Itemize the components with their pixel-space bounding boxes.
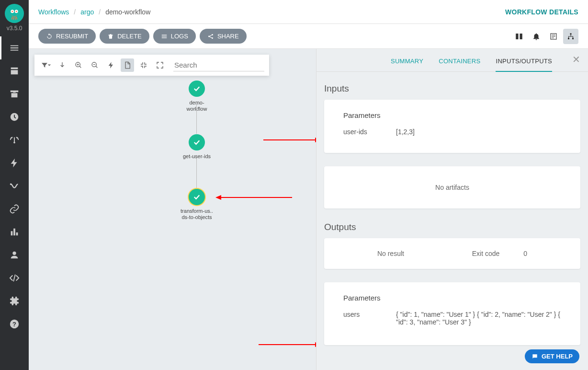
svg-rect-17 — [568, 38, 569, 39]
graph-edge — [196, 158, 197, 188]
resubmit-button[interactable]: RESUBMIT — [38, 29, 96, 44]
svg-rect-14 — [520, 34, 522, 39]
annotation-arrow — [259, 340, 321, 349]
node-status-icon — [189, 81, 205, 97]
exit-code-label: Exit code — [472, 250, 500, 257]
svg-point-3 — [16, 11, 17, 12]
columns-icon[interactable] — [511, 29, 527, 44]
param-value: { "id": 1, "name": "User 1" } { "id": 2,… — [396, 311, 561, 326]
node-status-icon — [189, 134, 205, 150]
result-card: No result Exit code 0 — [324, 238, 580, 269]
breadcrumb: Workflows / argo / demo-workflow — [38, 8, 150, 16]
speed-icon[interactable] — [104, 58, 118, 72]
nav-link-icon[interactable] — [0, 197, 29, 220]
svg-point-5 — [13, 142, 15, 144]
annotation-arrow — [215, 193, 292, 202]
param-row: user-ids [1,2,3] — [343, 128, 561, 136]
details-icon[interactable] — [121, 58, 134, 72]
collapse-icon[interactable] — [137, 58, 150, 72]
inputs-heading: Inputs — [324, 83, 580, 94]
tab-summary[interactable]: SUMMARY — [391, 58, 423, 71]
nav-api-icon[interactable] — [0, 266, 29, 289]
workflow-details-link[interactable]: WORKFLOW DETAILS — [505, 8, 578, 16]
nav-eventflow-icon[interactable] — [0, 174, 29, 197]
nav-user-icon[interactable] — [0, 243, 29, 266]
zoom-in-icon[interactable] — [72, 58, 85, 72]
breadcrumb-sep: / — [74, 8, 76, 16]
outputs-heading: Outputs — [324, 222, 580, 232]
svg-text:?: ? — [12, 321, 16, 328]
graph-area[interactable]: demo-workflow get-user-ids transform-us.… — [29, 49, 316, 370]
breadcrumb-sep: / — [99, 8, 101, 16]
nav-plugins-icon[interactable] — [0, 289, 29, 312]
graph-edge — [196, 104, 197, 134]
argo-logo — [5, 4, 24, 23]
left-nav: v3.5.0 ? — [0, 0, 29, 370]
node-label: get-user-ids — [180, 153, 214, 160]
panel-tabs: SUMMARY CONTAINERS INPUTS/OUTPUTS — [317, 49, 588, 72]
svg-point-7 — [12, 252, 16, 255]
param-key: user-ids — [343, 128, 377, 136]
logs-button[interactable]: LOGS — [153, 29, 196, 44]
no-artifacts-label: No artifacts — [343, 178, 561, 197]
nav-sensors-icon[interactable] — [0, 128, 29, 151]
svg-rect-13 — [516, 34, 518, 39]
graph-toolbar — [34, 55, 269, 76]
direction-icon[interactable] — [56, 58, 69, 72]
breadcrumb-current: demo-workflow — [105, 8, 150, 16]
nav-reports-icon[interactable] — [0, 220, 29, 243]
nav-events-icon[interactable] — [0, 151, 29, 174]
nav-templates-icon[interactable] — [0, 59, 29, 82]
zoom-out-icon[interactable] — [88, 58, 102, 72]
nav-archived-icon[interactable] — [0, 82, 29, 105]
param-key: users — [343, 311, 377, 326]
annotation-arrow — [263, 135, 321, 145]
param-value: [1,2,3] — [396, 128, 415, 136]
no-result-label: No result — [377, 250, 404, 257]
get-help-label: GET HELP — [542, 353, 573, 360]
param-row: users { "id": 1, "name": "User 1" } { "i… — [343, 311, 561, 326]
svg-rect-16 — [570, 33, 572, 35]
parameters-label: Parameters — [343, 111, 561, 119]
node-transform[interactable]: transform-us.. ds-to-objects — [177, 189, 216, 220]
breadcrumb-namespace[interactable]: argo — [80, 8, 94, 16]
log-view-icon[interactable] — [546, 29, 561, 44]
node-get-user-ids[interactable]: get-user-ids — [180, 134, 214, 160]
breadcrumb-workflows[interactable]: Workflows — [38, 8, 69, 16]
artifacts-card: No artifacts — [324, 166, 580, 208]
get-help-button[interactable]: GET HELP — [525, 349, 579, 363]
node-label: transform-us.. ds-to-objects — [177, 208, 216, 220]
side-panel: ✕ SUMMARY CONTAINERS INPUTS/OUTPUTS Inpu… — [316, 49, 588, 370]
inputs-params-card: Parameters user-ids [1,2,3] — [324, 100, 580, 153]
topbar: Workflows / argo / demo-workflow WORKFLO… — [29, 0, 588, 24]
logs-label: LOGS — [171, 33, 188, 40]
graph-view-icon[interactable] — [563, 29, 578, 44]
delete-label: DELETE — [117, 33, 142, 40]
tab-containers[interactable]: CONTAINERS — [439, 58, 480, 71]
filter-icon[interactable] — [39, 58, 53, 72]
outputs-params-card: Parameters users { "id": 1, "name": "Use… — [324, 282, 580, 345]
share-label: SHARE — [217, 33, 239, 40]
nav-workflows-icon[interactable] — [0, 36, 29, 59]
nav-help-icon[interactable]: ? — [0, 312, 29, 335]
svg-point-2 — [11, 11, 13, 12]
parameters-label: Parameters — [343, 294, 561, 302]
nav-cron-icon[interactable] — [0, 105, 29, 128]
resubmit-label: RESUBMIT — [56, 33, 88, 40]
fullscreen-icon[interactable] — [153, 58, 167, 72]
share-button[interactable]: SHARE — [200, 29, 247, 44]
version-label: v3.5.0 — [7, 25, 23, 32]
delete-button[interactable]: DELETE — [100, 29, 149, 44]
node-status-icon — [189, 189, 205, 205]
chat-icon — [531, 353, 538, 360]
actionbar: RESUBMIT DELETE LOGS SHARE — [29, 24, 588, 49]
notifications-icon[interactable] — [529, 29, 544, 44]
svg-marker-22 — [215, 195, 221, 200]
svg-point-6 — [10, 184, 12, 185]
node-root[interactable]: demo-workflow — [180, 81, 214, 112]
search-input[interactable] — [173, 59, 264, 71]
tab-io[interactable]: INPUTS/OUTPUTS — [496, 58, 552, 71]
exit-code-value: 0 — [523, 250, 527, 257]
svg-rect-18 — [572, 38, 574, 39]
node-label: demo-workflow — [180, 100, 214, 112]
